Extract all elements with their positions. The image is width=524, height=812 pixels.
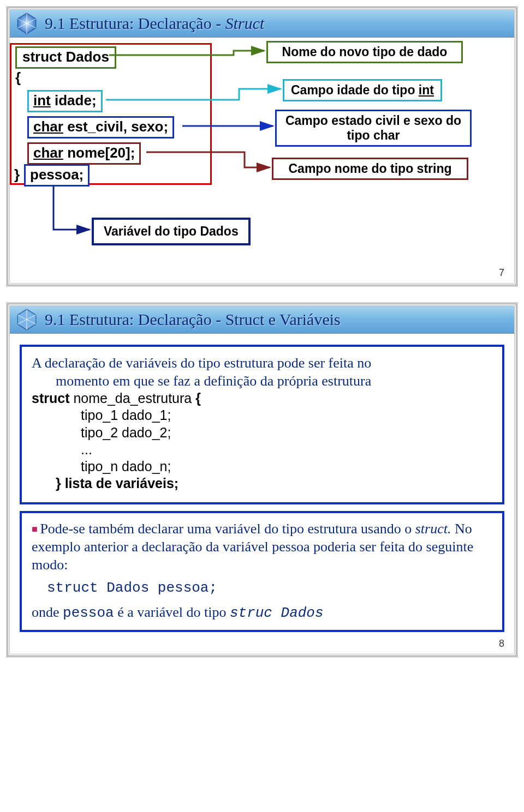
- char-nome-box: char nome[20];: [27, 142, 141, 165]
- para1-line1: A declaração de variáveis do tipo estrut…: [32, 354, 492, 372]
- slide1-content: struct Dados { int idade; char est_civil…: [10, 38, 514, 272]
- label-campo-estado: Campo estado civil e sexo do tipo char: [275, 110, 472, 147]
- struct-template: struct nome_da_estrutura { tipo_1 dado_1…: [32, 390, 492, 492]
- struct-dados-box: struct Dados: [15, 46, 116, 69]
- slide-title: 9.1 Estrutura: Declaração - Struct e Var…: [45, 310, 341, 329]
- code-decl: struct Dados pessoa;: [47, 579, 492, 597]
- page-number: 7: [499, 267, 504, 279]
- char-estcivil-box: char est_civil, sexo;: [27, 116, 174, 139]
- para2: Pode-se também declarar uma variável do …: [32, 520, 492, 574]
- label-variavel: Variável do tipo Dados: [92, 218, 251, 245]
- inner-box: Pode-se também declarar uma variável do …: [20, 511, 504, 632]
- title-bar: 9.1 Estrutura: Declaração - Struct: [10, 10, 514, 38]
- page-number: 8: [499, 638, 504, 649]
- title-text: 9.1 Estrutura: Declaração -: [45, 14, 225, 32]
- slide-8: 9.1 Estrutura: Declaração - Struct e Var…: [7, 303, 517, 657]
- brace-open: {: [15, 69, 21, 86]
- para3: onde pessoa é a variável do tipo struc D…: [32, 603, 492, 622]
- para1-line2: momento em que se faz a definição da pró…: [56, 372, 492, 390]
- label-campo-idade: Campo idade do tipo int: [283, 79, 442, 101]
- logo-icon: [14, 12, 39, 35]
- outer-box: A declaração de variáveis do tipo estrut…: [20, 345, 504, 504]
- label-novo-tipo: Nome do novo tipo de dado: [266, 41, 463, 63]
- logo-icon: [14, 308, 39, 331]
- int-idade-box: int idade;: [27, 90, 103, 112]
- slide-inner: 9.1 Estrutura: Declaração - Struct e Var…: [9, 305, 515, 654]
- title-bar: 9.1 Estrutura: Declaração - Struct e Var…: [10, 306, 514, 334]
- label-campo-nome: Campo nome do tipo string: [272, 158, 468, 180]
- slide-title: 9.1 Estrutura: Declaração - Struct: [45, 14, 264, 33]
- pessoa-box: pessoa;: [24, 164, 90, 187]
- slide-inner: 9.1 Estrutura: Declaração - Struct struc…: [9, 9, 515, 284]
- title-italic: Struct: [225, 14, 265, 32]
- slide-7: 9.1 Estrutura: Declaração - Struct struc…: [7, 7, 517, 286]
- brace-close: }: [14, 166, 20, 183]
